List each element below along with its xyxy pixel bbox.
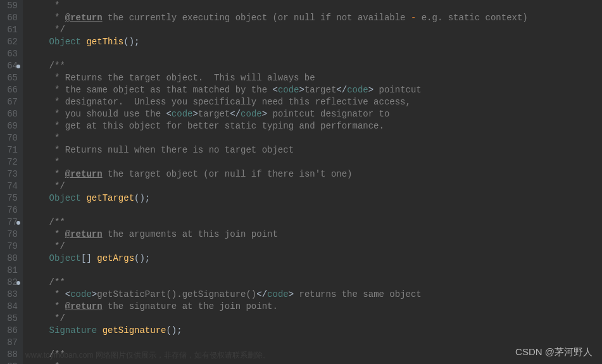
line-number: 75	[3, 192, 18, 204]
code-token: getTarget	[86, 193, 134, 203]
code-line[interactable]: *	[28, 0, 528, 12]
line-number: 76	[3, 204, 18, 217]
line-number: 83	[3, 289, 18, 301]
code-token: *	[28, 229, 65, 239]
code-token: @return	[65, 169, 103, 179]
code-token: */	[28, 313, 65, 323]
code-token: *	[28, 13, 65, 23]
code-line[interactable]: /**	[28, 217, 528, 229]
code-line[interactable]	[28, 204, 528, 217]
line-number: 82	[3, 277, 18, 289]
code-token	[28, 253, 49, 263]
code-token: code	[347, 85, 368, 95]
code-line[interactable]: * <code>getStaticPart().getSignature()</…	[28, 289, 528, 301]
code-token: */	[28, 241, 65, 251]
line-number: 85	[3, 313, 18, 325]
code-token: *	[28, 361, 60, 364]
line-number: 60	[3, 12, 18, 24]
code-token: * Returns the target object. This will a…	[28, 73, 315, 83]
code-token: >	[368, 85, 373, 95]
code-line[interactable]: *	[28, 361, 528, 364]
line-number: 67	[3, 96, 18, 108]
line-number: 88	[3, 349, 18, 361]
code-token: /**	[28, 349, 65, 360]
code-line[interactable]: Object getTarget();	[28, 192, 528, 204]
code-line[interactable]: * @return the target object (or null if …	[28, 168, 528, 180]
code-line[interactable]: */	[28, 313, 528, 325]
code-line[interactable]: * @return the currently executing object…	[28, 12, 528, 24]
code-line[interactable]: /**	[28, 349, 528, 361]
code-token: >	[192, 109, 198, 119]
code-token: e.g. static context)	[416, 13, 527, 23]
code-line[interactable]: * Returns the target object. This will a…	[28, 72, 528, 84]
code-line[interactable]: /**	[28, 60, 528, 72]
code-line[interactable]: *	[28, 132, 528, 144]
code-token: Object	[49, 253, 81, 263]
line-number: 62	[3, 36, 18, 48]
line-number: 89	[3, 361, 18, 364]
line-number: 77	[3, 217, 18, 229]
code-token: *	[28, 1, 60, 11]
code-token: pointcut	[373, 85, 422, 95]
code-token: the currently executing object (or null …	[103, 13, 411, 23]
code-line[interactable]	[28, 48, 528, 60]
code-line[interactable]	[28, 337, 528, 349]
code-token: @return	[65, 13, 103, 23]
line-number: 74	[3, 180, 18, 192]
code-line[interactable]: * Returns null when there is no target o…	[28, 144, 528, 156]
code-content[interactable]: * * @return the currently executing obje…	[23, 0, 528, 364]
code-token: Object	[49, 37, 81, 47]
code-token: <	[272, 85, 277, 95]
code-line[interactable]: /**	[28, 277, 528, 289]
code-line[interactable]: Object[] getArgs();	[28, 253, 528, 265]
code-line[interactable]: * you should use the <code>target</code>…	[28, 108, 528, 120]
code-token: getThis	[86, 37, 123, 47]
code-token: getSignature	[103, 325, 166, 336]
gutter-marker-icon	[16, 281, 20, 285]
code-token: <	[65, 289, 70, 299]
code-token: Object	[49, 193, 81, 203]
code-token: /**	[28, 217, 65, 227]
code-token: * designator. Unless you specifically ne…	[28, 97, 411, 107]
code-token	[28, 325, 49, 336]
code-line[interactable]: * @return the arguments at this join poi…	[28, 229, 528, 241]
code-token: >	[299, 85, 304, 95]
line-number: 79	[3, 241, 18, 253]
code-line[interactable]: *	[28, 156, 528, 168]
code-token: *	[28, 157, 60, 167]
code-token: >	[289, 289, 294, 299]
code-line[interactable]: */	[28, 180, 528, 192]
code-token: []	[81, 253, 97, 263]
code-token: code	[172, 109, 193, 119]
line-number: 86	[3, 325, 18, 337]
code-line[interactable]: Signature getSignature();	[28, 325, 528, 337]
line-number: 69	[3, 120, 18, 132]
code-token: ();	[166, 325, 182, 336]
code-token: getArgs	[97, 253, 134, 263]
line-number: 64	[3, 60, 18, 72]
code-line[interactable]: * the same object as that matched by the…	[28, 84, 528, 96]
code-token: ();	[134, 253, 150, 263]
line-number: 78	[3, 229, 18, 241]
code-token: pointcut designator to	[267, 109, 389, 119]
code-token: code	[70, 289, 92, 299]
code-token: @return	[65, 229, 103, 239]
code-token	[97, 325, 102, 336]
line-number-gutter: 5960616263646566676869707172737475767778…	[0, 0, 23, 364]
code-line[interactable]: * get at this object for better static t…	[28, 120, 528, 132]
line-number: 66	[3, 84, 18, 96]
code-token: *	[28, 289, 65, 299]
code-line[interactable]: Object getThis();	[28, 36, 528, 48]
line-number: 68	[3, 108, 18, 120]
code-line[interactable]: * designator. Unless you specifically ne…	[28, 96, 528, 108]
line-number: 87	[3, 337, 18, 349]
code-token: code	[241, 109, 262, 119]
code-editor[interactable]: 5960616263646566676869707172737475767778…	[0, 0, 602, 364]
code-line[interactable]: * @return the signature at the join poin…	[28, 301, 528, 313]
code-line[interactable]: */	[28, 24, 528, 36]
code-line[interactable]: */	[28, 241, 528, 253]
line-number: 80	[3, 253, 18, 265]
code-token: * you should use the	[28, 109, 166, 119]
code-line[interactable]	[28, 265, 528, 277]
code-token: */	[28, 181, 65, 191]
